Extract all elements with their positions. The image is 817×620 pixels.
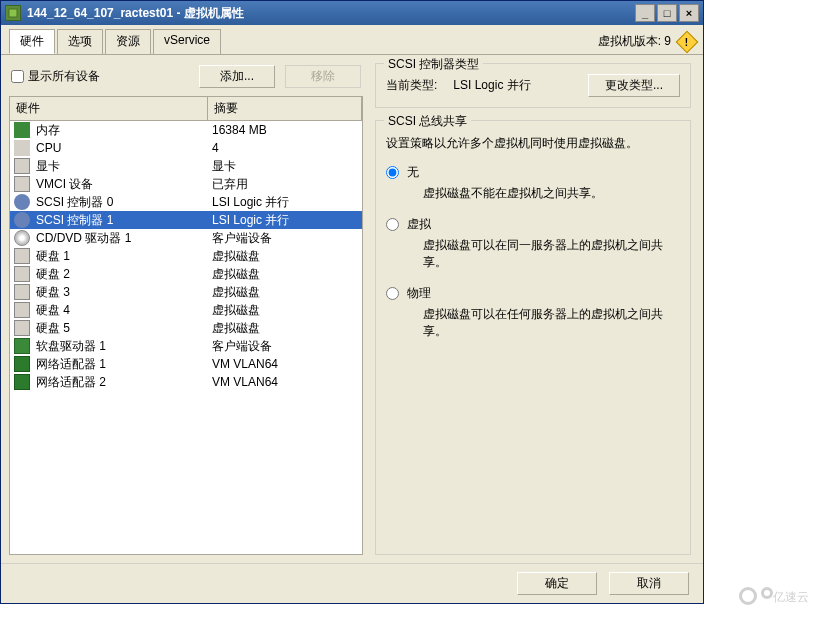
remove-device-button[interactable]: 移除 (285, 65, 361, 88)
hardware-summary: LSI Logic 并行 (208, 194, 362, 211)
hardware-summary: 16384 MB (208, 123, 362, 137)
hardware-name: SCSI 控制器 1 (36, 212, 113, 229)
watermark-text: 亿速云 (773, 589, 809, 606)
dialog-footer: 确定 取消 (1, 563, 703, 603)
hardware-row[interactable]: 硬盘 5虚拟磁盘 (10, 319, 362, 337)
hardware-summary: LSI Logic 并行 (208, 212, 362, 229)
tab-选项[interactable]: 选项 (57, 29, 103, 54)
bus-sharing-option: 物理虚拟磁盘可以在任何服务器上的虚拟机之间共享。 (386, 285, 680, 348)
maximize-button[interactable]: □ (657, 4, 677, 22)
cancel-button[interactable]: 取消 (609, 572, 689, 595)
vm-version-label: 虚拟机版本: 9 (598, 33, 671, 50)
hard-disk-icon (14, 248, 30, 264)
hardware-column-header[interactable]: 硬件 (10, 97, 208, 120)
vmci-device-icon (14, 176, 30, 192)
hardware-row[interactable]: CD/DVD 驱动器 1客户端设备 (10, 229, 362, 247)
video-card-icon (14, 158, 30, 174)
hardware-summary: 虚拟磁盘 (208, 284, 362, 301)
bus-sharing-radio[interactable] (386, 166, 399, 179)
hardware-row[interactable]: 硬盘 1虚拟磁盘 (10, 247, 362, 265)
add-device-button[interactable]: 添加... (199, 65, 275, 88)
hardware-name: VMCI 设备 (36, 176, 93, 193)
scsi-type-group: SCSI 控制器类型 当前类型: LSI Logic 并行 更改类型... (375, 63, 691, 108)
hardware-name: CD/DVD 驱动器 1 (36, 230, 131, 247)
hardware-row[interactable]: 硬盘 2虚拟磁盘 (10, 265, 362, 283)
hardware-row[interactable]: 显卡显卡 (10, 157, 362, 175)
hardware-summary: 显卡 (208, 158, 362, 175)
bus-sharing-option: 无虚拟磁盘不能在虚拟机之间共享。 (386, 164, 680, 210)
content-area: 显示所有设备 添加... 移除 硬件 摘要 内存16384 MBCPU4显卡显卡… (1, 54, 703, 563)
memory-icon (14, 122, 30, 138)
hardware-name: 硬盘 3 (36, 284, 70, 301)
scsi-type-legend: SCSI 控制器类型 (384, 56, 483, 73)
cd-dvd-icon (14, 230, 30, 246)
hardware-row[interactable]: 网络适配器 2VM VLAN64 (10, 373, 362, 391)
scsi-controller-icon (14, 194, 30, 210)
bus-sharing-option: 虚拟虚拟磁盘可以在同一服务器上的虚拟机之间共享。 (386, 216, 680, 279)
window-title: 144_12_64_107_ractest01 - 虚拟机属性 (27, 5, 633, 22)
hardware-top-controls: 显示所有设备 添加... 移除 (9, 63, 363, 90)
minimize-button[interactable]: _ (635, 4, 655, 22)
hardware-name: 显卡 (36, 158, 60, 175)
tab-硬件[interactable]: 硬件 (9, 29, 55, 54)
network-adapter-icon (14, 374, 30, 390)
watermark: 亿速云 (739, 587, 809, 608)
show-all-devices-checkbox[interactable]: 显示所有设备 (11, 68, 189, 85)
tab-vservice[interactable]: vService (153, 29, 221, 54)
show-all-devices-input[interactable] (11, 70, 24, 83)
hardware-name: 内存 (36, 122, 60, 139)
app-icon (5, 5, 21, 21)
scsi-controller-icon (14, 212, 30, 228)
hardware-summary: 客户端设备 (208, 230, 362, 247)
bus-sharing-option-desc: 虚拟磁盘不能在虚拟机之间共享。 (423, 185, 680, 202)
hard-disk-icon (14, 302, 30, 318)
hardware-name: 硬盘 2 (36, 266, 70, 283)
hardware-row[interactable]: 内存16384 MB (10, 121, 362, 139)
hardware-row[interactable]: SCSI 控制器 0LSI Logic 并行 (10, 193, 362, 211)
hardware-summary: 虚拟磁盘 (208, 266, 362, 283)
bus-sharing-option-label: 无 (407, 164, 680, 181)
current-type-label: 当前类型: (386, 77, 437, 94)
cpu-icon (14, 140, 30, 156)
hardware-rows: 内存16384 MBCPU4显卡显卡VMCI 设备已弃用SCSI 控制器 0LS… (10, 121, 362, 554)
hardware-summary: 4 (208, 141, 362, 155)
floppy-drive-icon (14, 338, 30, 354)
hardware-row[interactable]: 硬盘 3虚拟磁盘 (10, 283, 362, 301)
hardware-list: 硬件 摘要 内存16384 MBCPU4显卡显卡VMCI 设备已弃用SCSI 控… (9, 96, 363, 555)
hardware-panel: 显示所有设备 添加... 移除 硬件 摘要 内存16384 MBCPU4显卡显卡… (9, 63, 363, 555)
scsi-bus-sharing-group: SCSI 总线共享 设置策略以允许多个虚拟机同时使用虚拟磁盘。 无虚拟磁盘不能在… (375, 120, 691, 555)
scsi-settings-panel: SCSI 控制器类型 当前类型: LSI Logic 并行 更改类型... SC… (371, 63, 695, 555)
vm-properties-window: 144_12_64_107_ractest01 - 虚拟机属性 _ □ × 硬件… (0, 0, 704, 604)
hardware-summary: 虚拟磁盘 (208, 320, 362, 337)
ok-button[interactable]: 确定 (517, 572, 597, 595)
bus-sharing-radio[interactable] (386, 218, 399, 231)
titlebar: 144_12_64_107_ractest01 - 虚拟机属性 _ □ × (1, 1, 703, 25)
hardware-row[interactable]: 软盘驱动器 1客户端设备 (10, 337, 362, 355)
current-type-value: LSI Logic 并行 (453, 77, 572, 94)
bus-sharing-option-desc: 虚拟磁盘可以在任何服务器上的虚拟机之间共享。 (423, 306, 680, 340)
hardware-row[interactable]: CPU4 (10, 139, 362, 157)
hardware-name: 网络适配器 1 (36, 356, 106, 373)
hard-disk-icon (14, 284, 30, 300)
hardware-row[interactable]: 硬盘 4虚拟磁盘 (10, 301, 362, 319)
hardware-row[interactable]: VMCI 设备已弃用 (10, 175, 362, 193)
close-button[interactable]: × (679, 4, 699, 22)
hardware-name: 硬盘 5 (36, 320, 70, 337)
tab-资源[interactable]: 资源 (105, 29, 151, 54)
change-type-button[interactable]: 更改类型... (588, 74, 680, 97)
hardware-row[interactable]: 网络适配器 1VM VLAN64 (10, 355, 362, 373)
hardware-summary: 虚拟磁盘 (208, 302, 362, 319)
bus-sharing-option-desc: 虚拟磁盘可以在同一服务器上的虚拟机之间共享。 (423, 237, 680, 271)
summary-column-header[interactable]: 摘要 (208, 97, 362, 120)
bus-sharing-radio[interactable] (386, 287, 399, 300)
hardware-row[interactable]: SCSI 控制器 1LSI Logic 并行 (10, 211, 362, 229)
hard-disk-icon (14, 320, 30, 336)
tab-row: 硬件选项资源vService 虚拟机版本: 9 ! (1, 25, 703, 54)
hardware-name: 硬盘 4 (36, 302, 70, 319)
hard-disk-icon (14, 266, 30, 282)
hardware-summary: VM VLAN64 (208, 375, 362, 389)
hardware-name: SCSI 控制器 0 (36, 194, 113, 211)
hardware-name: 硬盘 1 (36, 248, 70, 265)
bus-sharing-option-label: 物理 (407, 285, 680, 302)
hardware-name: 软盘驱动器 1 (36, 338, 106, 355)
